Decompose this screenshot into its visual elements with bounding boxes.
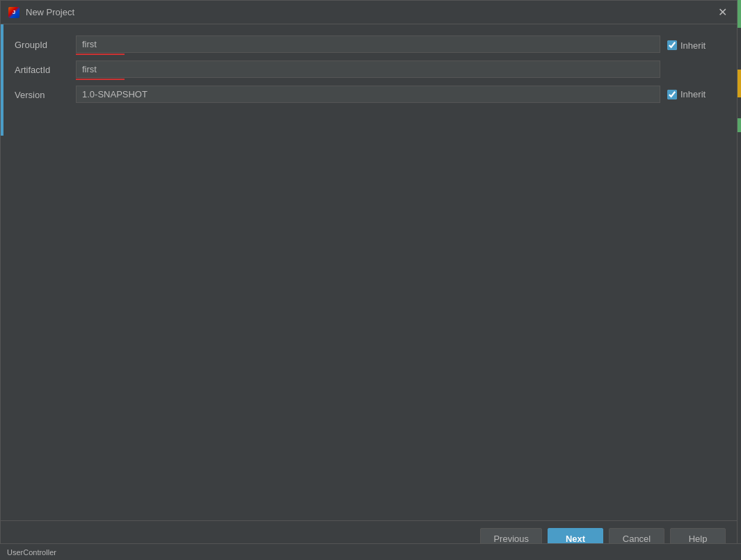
version-label: Version xyxy=(15,86,76,100)
close-button[interactable]: ✕ xyxy=(715,5,730,20)
version-inherit-checkbox[interactable] xyxy=(667,90,677,99)
groupid-red-underline xyxy=(76,54,125,55)
version-input[interactable] xyxy=(76,86,660,103)
artifactid-input[interactable] xyxy=(76,61,660,78)
groupid-field-wrapper: Inherit xyxy=(76,35,723,55)
groupid-label: GroupId xyxy=(15,35,76,50)
artifactid-row: ArtifactId xyxy=(15,61,723,80)
title-bar-left: J New Project xyxy=(8,6,74,19)
dialog-content: GroupId Inherit ArtifactId xyxy=(1,24,737,520)
groupid-row: GroupId Inherit xyxy=(15,35,723,55)
app-icon-inner: J xyxy=(8,7,19,18)
artifactid-field-wrapper xyxy=(76,61,723,80)
artifactid-input-wrapper xyxy=(76,61,660,80)
groupid-inherit-checkbox[interactable] xyxy=(667,40,677,50)
bottom-bar: UserController xyxy=(0,543,741,560)
groupid-input-wrapper xyxy=(76,35,660,55)
groupid-inherit-wrapper: Inherit xyxy=(667,40,706,51)
dialog-title: New Project xyxy=(26,7,74,17)
groupid-inherit-label: Inherit xyxy=(680,40,706,51)
version-row: Version Inherit xyxy=(15,86,723,103)
app-icon: J xyxy=(8,6,20,19)
version-input-wrapper xyxy=(76,86,660,103)
artifactid-label: ArtifactId xyxy=(15,61,76,75)
content-spacer xyxy=(15,109,723,509)
artifactid-red-underline xyxy=(76,79,125,80)
version-inherit-wrapper: Inherit xyxy=(667,89,706,99)
version-inherit-label: Inherit xyxy=(680,89,706,99)
new-project-dialog: J New Project ✕ GroupId Inherit xyxy=(0,0,738,557)
bottom-text: UserController xyxy=(7,548,56,557)
version-field-wrapper: Inherit xyxy=(76,86,723,103)
left-stripe xyxy=(1,24,3,136)
title-bar: J New Project ✕ xyxy=(1,1,737,24)
groupid-input[interactable] xyxy=(76,35,660,53)
